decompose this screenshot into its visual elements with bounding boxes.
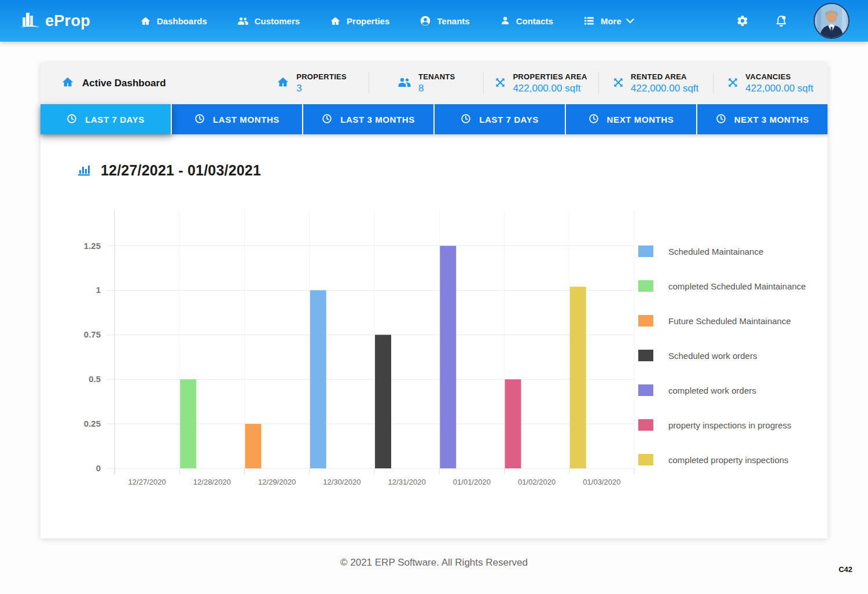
legend-swatch [638, 280, 653, 292]
tab-last-7-days[interactable]: LAST 7 DAYS [41, 104, 172, 134]
clock-icon [67, 113, 77, 126]
legend-item[interactable]: completed property inspections [638, 454, 806, 465]
stat-label: VACANCIES [745, 72, 813, 82]
tab-label: LAST MONTHS [213, 115, 279, 124]
expand-arrows-icon [613, 77, 624, 90]
legend-item[interactable]: property inspections in progress [638, 419, 806, 431]
legend-item[interactable]: Scheduled work orders [638, 350, 806, 361]
nav-label: More [601, 16, 621, 26]
app-logo[interactable]: eProp [19, 8, 90, 34]
tab-last-months[interactable]: LAST MONTHS [172, 104, 303, 134]
bar-01/03/2020[interactable] [570, 287, 586, 468]
stat-rented-area: RENTED AREA 422,000.00 sqft [598, 72, 713, 94]
legend-item[interactable]: completed work orders [638, 384, 806, 396]
stat-properties-area: PROPERTIES AREA 422,000.00 sqft [483, 72, 598, 94]
y-tick-label: 1.25 [84, 241, 101, 251]
stat-label: PROPERTIES AREA [513, 72, 587, 82]
bar-01/01/2020[interactable] [440, 246, 456, 468]
legend-item[interactable]: Scheduled Maintainance [638, 245, 806, 257]
legend-label: Future Scheduled Maintainance [668, 316, 791, 326]
stat-vacancies: VACANCIES 422,000.00 sqft [713, 72, 827, 94]
person-icon [500, 16, 510, 26]
clock-icon [461, 113, 471, 126]
gear-icon[interactable] [736, 14, 749, 27]
nav-label: Properties [347, 16, 389, 26]
clock-icon [716, 113, 726, 126]
clock-icon [194, 113, 205, 126]
y-tick-label: 0.75 [84, 329, 101, 339]
x-tick-label: 01/01/2020 [453, 478, 491, 486]
corner-badge: C42 [838, 565, 852, 574]
main-nav: Dashboards Customers Properties Tenants … [140, 15, 633, 27]
users-icon [398, 76, 411, 90]
home-icon [330, 16, 341, 27]
bell-icon[interactable] [774, 14, 788, 28]
tab-label: LAST 7 DAYS [85, 115, 145, 124]
expand-arrows-icon [727, 77, 738, 90]
user-avatar[interactable] [814, 3, 849, 39]
legend-swatch [638, 419, 653, 431]
bar-12/29/2020[interactable] [245, 424, 262, 468]
bar-01/02/2020[interactable] [505, 379, 521, 468]
legend-item[interactable]: completed Scheduled Maintainance [638, 280, 806, 292]
legend-label: property inspections in progress [668, 420, 792, 430]
tab-next-3-months[interactable]: NEXT 3 MONTHS [697, 104, 827, 134]
nav-item-contacts[interactable]: Contacts [500, 16, 553, 26]
home-icon [61, 76, 74, 91]
legend-swatch [638, 315, 653, 327]
x-tick-label: 12/30/2020 [323, 478, 361, 486]
nav-label: Dashboards [157, 16, 207, 26]
x-tick-label: 12/27/2020 [128, 478, 166, 486]
bar-12/30/2020[interactable] [310, 290, 326, 468]
tab-last-3-months[interactable]: LAST 3 MONTHS [303, 104, 435, 134]
tab-label: NEXT 3 MONTHS [734, 115, 809, 124]
stat-value: 8 [418, 82, 455, 94]
stat-value: 3 [296, 82, 347, 94]
building-logo-icon [19, 8, 42, 34]
y-tick-label: 0 [96, 463, 101, 473]
brand-name: eProp [45, 12, 90, 30]
x-tick-label: 12/28/2020 [193, 478, 231, 486]
tab-label: NEXT MONTHS [607, 115, 674, 124]
stat-properties: PROPERTIES 3 [255, 72, 369, 94]
stats-bar: Active Dashboard PROPERTIES 3 TENANTS 8 … [41, 63, 827, 104]
legend-swatch [638, 350, 653, 361]
nav-item-customers[interactable]: Customers [237, 16, 300, 26]
legend-label: Scheduled work orders [668, 351, 757, 361]
tab-label: LAST 3 MONTHS [340, 115, 415, 124]
stat-value: 422,000.00 sqft [513, 82, 587, 94]
nav-item-properties[interactable]: Properties [330, 16, 389, 27]
bar-12/31/2020[interactable] [375, 335, 391, 468]
legend-label: Scheduled Maintainance [668, 247, 763, 256]
clock-icon [322, 113, 332, 126]
chart-legend: Scheduled Maintainancecompleted Schedule… [638, 245, 806, 489]
footer-copyright: © 2021 ERP Software. All Rights Reserved [0, 557, 868, 569]
bar-12/28/2020[interactable] [180, 379, 196, 468]
legend-swatch [638, 245, 653, 257]
tab-next-months[interactable]: NEXT MONTHS [566, 104, 697, 134]
person-circle-icon [420, 15, 431, 27]
expand-arrows-icon [495, 77, 506, 90]
top-navbar: eProp Dashboards Customers Properties Te… [0, 0, 868, 42]
nav-label: Tenants [437, 16, 469, 26]
nav-label: Customers [255, 16, 300, 26]
time-range-tabs: LAST 7 DAYS LAST MONTHS LAST 3 MONTHS LA… [41, 104, 827, 134]
x-tick-label: 01/02/2020 [518, 478, 556, 486]
legend-label: completed work orders [668, 386, 756, 395]
clock-icon [589, 113, 599, 126]
chevron-down-icon [626, 15, 634, 23]
tab-last-7-days-2[interactable]: LAST 7 DAYS [435, 104, 566, 134]
nav-item-tenants[interactable]: Tenants [420, 15, 469, 27]
nav-item-more[interactable]: More [583, 16, 633, 26]
x-tick-label: 01/03/2020 [583, 478, 620, 486]
stat-label: PROPERTIES [296, 72, 347, 82]
stat-value: 422,000.00 sqft [631, 82, 698, 94]
legend-item[interactable]: Future Scheduled Maintainance [638, 315, 806, 327]
legend-swatch [638, 454, 653, 465]
stat-label: RENTED AREA [631, 72, 698, 82]
tab-label: LAST 7 DAYS [479, 115, 539, 124]
stat-value: 422,000.00 sqft [745, 82, 813, 94]
nav-item-dashboards[interactable]: Dashboards [140, 16, 207, 27]
nav-right-group [736, 3, 849, 39]
page-title: Active Dashboard [82, 78, 166, 89]
